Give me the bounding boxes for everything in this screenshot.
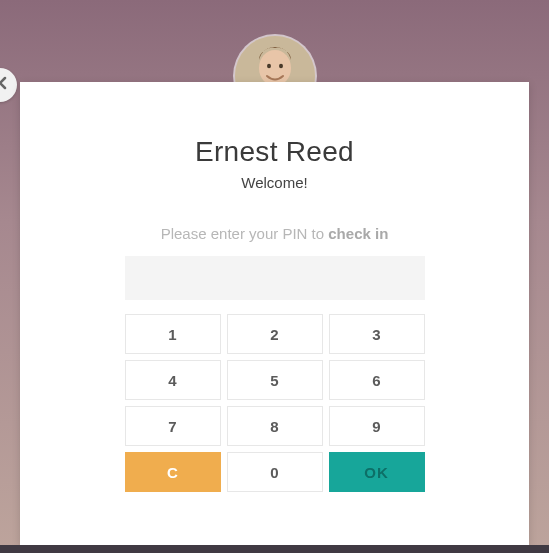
key-2[interactable]: 2 — [227, 314, 323, 354]
key-9[interactable]: 9 — [329, 406, 425, 446]
close-button[interactable] — [0, 68, 17, 102]
key-8[interactable]: 8 — [227, 406, 323, 446]
key-3[interactable]: 3 — [329, 314, 425, 354]
key-5[interactable]: 5 — [227, 360, 323, 400]
pin-input[interactable] — [125, 256, 425, 300]
bottom-strip — [0, 545, 549, 553]
pin-entry-card: Ernest Reed Welcome! Please enter your P… — [20, 82, 529, 545]
key-6[interactable]: 6 — [329, 360, 425, 400]
pin-prompt-prefix: Please enter your PIN to — [161, 225, 329, 242]
key-clear[interactable]: C — [125, 452, 221, 492]
key-4[interactable]: 4 — [125, 360, 221, 400]
svg-point-3 — [267, 64, 271, 68]
key-ok[interactable]: OK — [329, 452, 425, 492]
svg-point-4 — [279, 64, 283, 68]
user-name: Ernest Reed — [20, 136, 529, 168]
svg-point-2 — [259, 50, 291, 86]
pin-prompt-action: check in — [328, 225, 388, 242]
close-icon — [0, 75, 8, 95]
pin-prompt: Please enter your PIN to check in — [20, 225, 529, 242]
welcome-text: Welcome! — [20, 174, 529, 191]
keypad: 1 2 3 4 5 6 7 8 9 C 0 OK — [125, 314, 425, 492]
key-0[interactable]: 0 — [227, 452, 323, 492]
key-7[interactable]: 7 — [125, 406, 221, 446]
key-1[interactable]: 1 — [125, 314, 221, 354]
